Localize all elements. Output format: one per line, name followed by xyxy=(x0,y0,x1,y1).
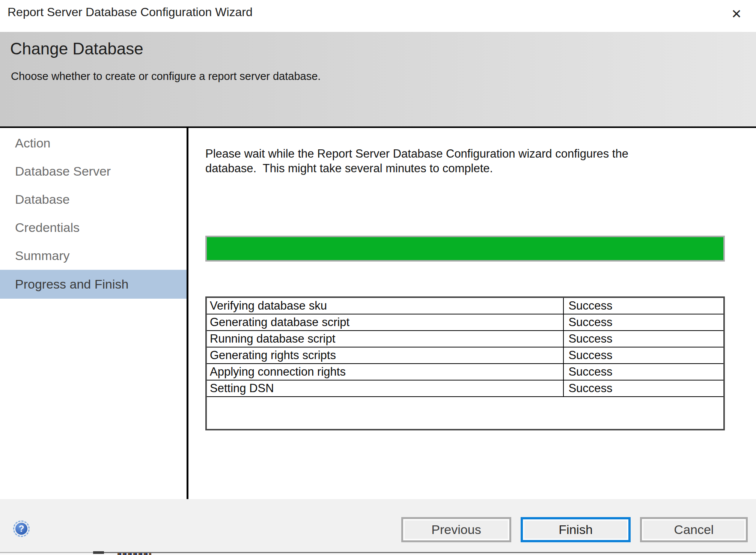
task-name-cell: Running database script xyxy=(207,331,563,347)
sidebar-item-credentials[interactable]: Credentials xyxy=(0,214,187,242)
bottom-edge-strip xyxy=(0,552,756,555)
task-table: Verifying database sku Success Generatin… xyxy=(205,296,725,430)
wait-message-line2: database. This might take several minute… xyxy=(205,162,493,175)
table-row: Generating database script Success xyxy=(207,314,723,331)
bottom-edge-artifact xyxy=(117,553,151,555)
bottom-edge-line xyxy=(93,552,756,553)
wait-message-line1: Please wait while the Report Server Data… xyxy=(205,147,628,160)
title-bar: Report Server Database Configuration Wiz… xyxy=(0,0,756,32)
sidebar-item-action[interactable]: Action xyxy=(0,129,187,157)
help-button[interactable]: ? xyxy=(13,520,30,537)
table-row: Generating rights scripts Success xyxy=(207,347,723,364)
cancel-button[interactable]: Cancel xyxy=(640,517,748,542)
task-status-cell: Success xyxy=(563,347,723,363)
close-button[interactable]: ✕ xyxy=(727,5,746,23)
task-name-cell: Generating database script xyxy=(207,314,563,330)
progress-fill xyxy=(207,237,723,260)
sidebar-item-summary[interactable]: Summary xyxy=(0,242,187,270)
page-title: Change Database xyxy=(10,39,143,58)
task-table-empty-area xyxy=(207,397,723,429)
task-status-cell: Success xyxy=(563,331,723,347)
task-name-cell: Verifying database sku xyxy=(207,298,563,314)
previous-button[interactable]: Previous xyxy=(401,517,511,542)
bottom-edge-line xyxy=(0,552,93,553)
task-status-cell: Success xyxy=(563,298,723,314)
table-row: Setting DSN Success xyxy=(207,381,723,397)
wait-message: Please wait while the Report Server Data… xyxy=(205,146,628,176)
table-row: Running database script Success xyxy=(207,331,723,347)
wizard-steps-nav: Action Database Server Database Credenti… xyxy=(0,128,187,499)
window-title: Report Server Database Configuration Wiz… xyxy=(8,5,253,19)
task-name-cell: Generating rights scripts xyxy=(207,347,563,363)
wizard-header: Change Database Choose whether to create… xyxy=(0,32,756,126)
task-status-cell: Success xyxy=(563,381,723,396)
wizard-window: Report Server Database Configuration Wiz… xyxy=(0,0,756,555)
progress-bar xyxy=(205,236,725,262)
sidebar-item-database[interactable]: Database xyxy=(0,185,187,214)
task-status-cell: Success xyxy=(563,364,723,380)
help-icon: ? xyxy=(15,523,27,535)
progress-page-content: Please wait while the Report Server Data… xyxy=(188,128,756,499)
sidebar-item-progress-and-finish[interactable]: Progress and Finish xyxy=(0,270,187,299)
table-row: Verifying database sku Success xyxy=(207,298,723,314)
close-icon: ✕ xyxy=(731,6,742,21)
table-row: Applying connection rights Success xyxy=(207,364,723,381)
task-name-cell: Setting DSN xyxy=(207,381,563,396)
finish-button[interactable]: Finish xyxy=(521,517,631,542)
task-name-cell: Applying connection rights xyxy=(207,364,563,380)
bottom-edge-artifact xyxy=(93,551,104,554)
sidebar-item-database-server[interactable]: Database Server xyxy=(0,157,187,185)
task-status-cell: Success xyxy=(563,314,723,330)
footer-bar: ? Previous Finish Cancel xyxy=(0,499,756,555)
page-subtitle: Choose whether to create or configure a … xyxy=(11,70,321,83)
